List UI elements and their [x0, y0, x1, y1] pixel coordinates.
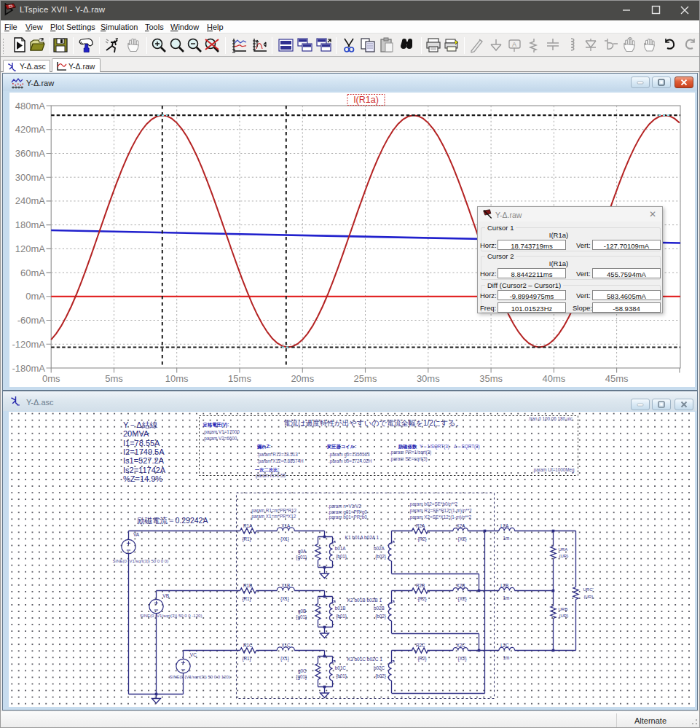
svg-text:120mA: 120mA — [15, 243, 46, 254]
svg-text:Y－Δ結線: Y－Δ結線 — [123, 420, 158, 429]
svg-text:A: A — [512, 41, 516, 48]
svg-text:X2A: X2A — [457, 523, 466, 528]
svg-text:漏れZ:: 漏れZ: — [256, 444, 271, 450]
svg-text:{b01}: {b01} — [336, 554, 347, 560]
svg-text:X1C: X1C — [281, 643, 291, 648]
svg-text:1m: 1m — [503, 536, 510, 541]
svg-text:.param X2=SE*X12*(1-m)/n**2: .param X2=SE*X12*(1-m)/n**2 — [409, 514, 471, 520]
svg-text:一次二次比:: 一次二次比: — [255, 467, 280, 473]
svg-text:0ms: 0ms — [42, 373, 60, 384]
svg-text:45ms: 45ms — [605, 373, 629, 384]
svg-text:I(R1a): I(R1a) — [353, 95, 379, 105]
svg-text:300mA: 300mA — [15, 172, 46, 183]
svg-text:X1B: X1B — [281, 583, 290, 588]
svg-text:R2B: R2B — [416, 583, 425, 588]
svg-text:g0C: g0C — [298, 668, 307, 674]
svg-text:b02A: b02A — [374, 546, 385, 551]
svg-text:K3 b01C b02C 1: K3 b01C b02C 1 — [347, 657, 382, 662]
svg-text:b02C: b02C — [374, 665, 385, 670]
svg-text:I1=78.55A: I1=78.55A — [123, 439, 160, 447]
svg-text:K2 b01B b02B 1: K2 b01B b02B 1 — [347, 598, 382, 603]
svg-text:.param b02=SE*b0/n**2: .param b02=SE*b0/n**2 — [409, 501, 458, 507]
svg-text:.param R1=m*PR*R12: .param R1=m*PR*R12 — [251, 508, 297, 514]
svg-text:R1C: R1C — [243, 643, 253, 648]
svg-text:X2B: X2B — [457, 583, 465, 588]
svg-text:40ms: 40ms — [543, 373, 566, 384]
svg-text:{X2}: {X2} — [458, 596, 467, 602]
svg-text:25ms: 25ms — [354, 373, 377, 384]
svg-text:20MVA: 20MVA — [123, 429, 149, 438]
svg-text:{R2}: {R2} — [417, 656, 426, 662]
svg-text:.param R2=SE*R12*(1-m)/n**2: .param R2=SE*R12*(1-m)/n**2 — [409, 508, 472, 514]
svg-text:電流は過度特性が出やすいので電流全幅を1/2にする。: 電流は過度特性が出やすいので電流全幅を1/2にする。 — [283, 419, 463, 427]
svg-text:0mA: 0mA — [25, 291, 45, 302]
svg-text:{R1}: {R1} — [242, 656, 251, 662]
svg-text:.param X12=0.88574H: .param X12=0.88574H — [257, 458, 304, 464]
svg-text:.param g0=1350563: .param g0=1350563 — [329, 452, 370, 458]
svg-text:{b02}: {b02} — [375, 614, 386, 619]
svg-text:b02B: b02B — [374, 606, 385, 611]
svg-text:60mA: 60mA — [20, 267, 45, 278]
svg-text:30ms: 30ms — [417, 373, 440, 384]
svg-text:%Z=14.9%: %Z=14.9% — [123, 474, 162, 483]
svg-text:変圧器コイル:: 変圧器コイル: — [326, 444, 356, 450]
svg-text:.param b0=1724.02H: .param b0=1724.02H — [329, 458, 372, 464]
svg-text:L2C: L2C — [500, 643, 509, 648]
svg-text:SINE(0 {V1/sqrt(3)} 50 0 0 -12: SINE(0 {V1/sqrt(3)} 50 0 0 -120) — [140, 614, 202, 618]
svg-text:b01B: b01B — [335, 606, 346, 611]
svg-text:励磁電流＝0.29242A: 励磁電流＝0.29242A — [137, 516, 208, 525]
svg-text:g0A: g0A — [298, 549, 307, 555]
svg-text:.param V1=17000: .param V1=17000 — [203, 429, 240, 435]
svg-text:SINE(0 {V1/sqrt(3)} 50 0 0 120: SINE(0 {V1/sqrt(3)} 50 0 0 120) — [170, 675, 230, 679]
svg-text:{R2}: {R2} — [417, 596, 426, 602]
svg-text:15ms: 15ms — [228, 373, 251, 384]
svg-text:g0B: g0B — [298, 608, 306, 614]
svg-text:1m: 1m — [503, 595, 510, 600]
svg-text:{b02}: {b02} — [375, 673, 386, 679]
svg-text:VC: VC — [190, 652, 197, 657]
svg-text:35ms: 35ms — [479, 373, 503, 384]
svg-text:{R1}: {R1} — [242, 596, 251, 602]
svg-text:VA: VA — [133, 532, 140, 537]
svg-text:{g01}: {g01} — [296, 614, 307, 620]
svg-text:-60mA: -60mA — [17, 315, 46, 326]
svg-text:SINE(0 {V1/sqrt(3)} 50 0 0 0): SINE(0 {V1/sqrt(3)} 50 0 0 0) — [113, 559, 169, 563]
svg-text:L2B: L2B — [500, 583, 508, 588]
svg-text:.param R12=18.513: .param R12=18.513 — [257, 452, 298, 458]
svg-text:360mA: 360mA — [15, 148, 46, 159]
svg-text:R1A: R1A — [243, 523, 253, 528]
svg-text:20ms: 20ms — [291, 373, 314, 384]
svg-text:-180mA: -180mA — [12, 363, 45, 374]
svg-text:{b01}: {b01} — [336, 614, 347, 619]
svg-text:X2C: X2C — [457, 643, 466, 648]
svg-text:{b02}: {b02} — [375, 554, 386, 560]
svg-text:10ms: 10ms — [165, 373, 189, 384]
svg-text:.param PR=1/sqrt(3): .param PR=1/sqrt(3) — [390, 450, 431, 455]
svg-text:.param SE=sqrt(3): .param SE=sqrt(3) — [390, 456, 428, 462]
svg-text:Is2=11742A: Is2=11742A — [123, 466, 166, 474]
svg-text:R1B: R1B — [243, 583, 252, 588]
svg-text:URC': URC' — [583, 587, 594, 592]
svg-text:.param X1=m*PR*X12: .param X1=m*PR*X12 — [251, 514, 296, 520]
svg-text:b01A: b01A — [335, 546, 347, 551]
svg-text:X1A: X1A — [281, 523, 291, 528]
svg-text:{UR}: {UR} — [559, 554, 569, 558]
svg-text:.param b01=PR*b0: .param b01=PR*b0 — [328, 514, 367, 520]
svg-text:R2C: R2C — [416, 643, 425, 648]
svg-text:{X1}: {X1} — [280, 656, 289, 662]
svg-text:-120mA: -120mA — [12, 339, 45, 350]
svg-text:5ms: 5ms — [105, 373, 123, 384]
svg-text:1m: 1m — [503, 655, 510, 660]
svg-text:{g01}: {g01} — [296, 674, 307, 680]
svg-text:240mA: 240mA — [15, 195, 46, 206]
svg-text:.param Ut=1000Meg: .param Ut=1000Meg — [532, 467, 575, 473]
svg-text:b01C: b01C — [335, 665, 347, 670]
svg-text:.param V2=6600: .param V2=6600 — [203, 436, 237, 442]
svg-text:VB: VB — [162, 593, 169, 598]
svg-text:{b01}: {b01} — [336, 673, 347, 679]
svg-text:{X2}: {X2} — [458, 536, 467, 542]
svg-text:Is1=527.2A: Is1=527.2A — [123, 456, 165, 465]
svg-text:I2=1749.5A: I2=1749.5A — [123, 447, 165, 456]
svg-text:.param m=0.55: .param m=0.55 — [255, 473, 286, 479]
svg-text:480mA: 480mA — [15, 101, 46, 111]
